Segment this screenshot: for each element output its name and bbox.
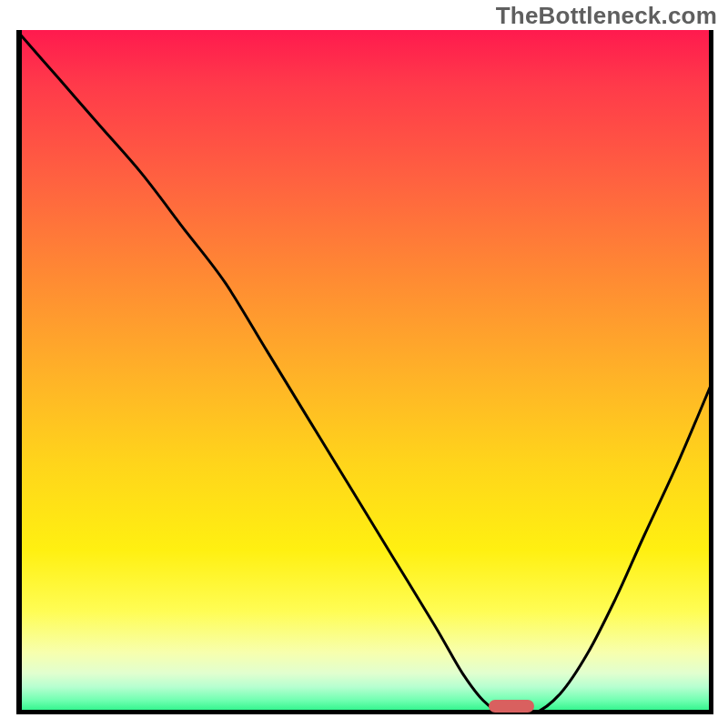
axis-left	[16, 30, 22, 714]
optimal-marker	[489, 700, 534, 713]
chart-frame: TheBottleneck.com	[0, 0, 728, 728]
watermark-text: TheBottleneck.com	[496, 2, 717, 30]
axis-right	[709, 30, 714, 714]
plot-area	[16, 30, 713, 714]
axis-bottom	[16, 710, 713, 715]
background-gradient	[16, 30, 713, 714]
